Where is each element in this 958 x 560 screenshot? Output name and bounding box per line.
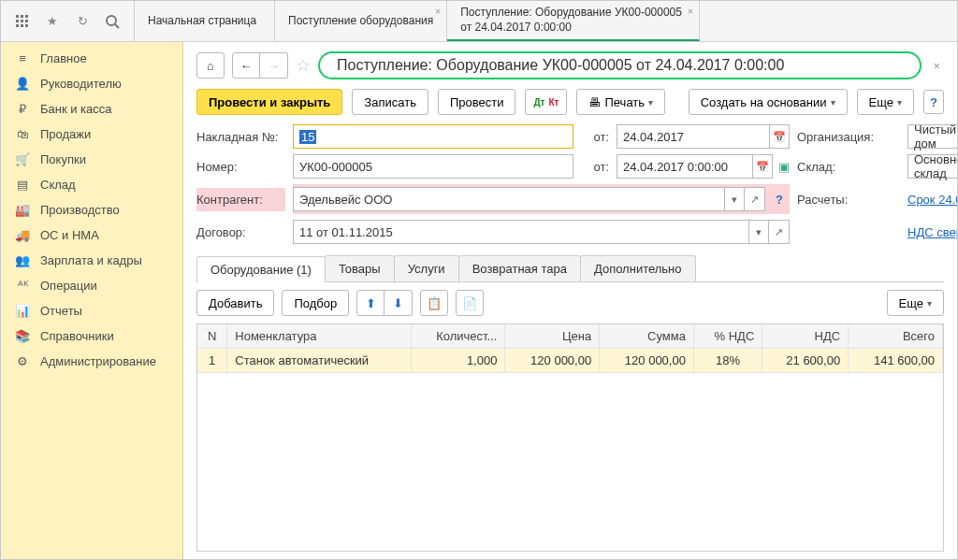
table-header[interactable]: Всего bbox=[849, 324, 943, 349]
table-header[interactable]: Цена bbox=[505, 324, 600, 349]
sidebar-item[interactable]: 📊Отчеты bbox=[1, 298, 182, 323]
warehouse-label: Склад: bbox=[797, 160, 900, 174]
svg-rect-4 bbox=[21, 20, 23, 22]
star-icon[interactable]: ★ bbox=[44, 13, 61, 30]
sidebar-item[interactable]: 👤Руководителю bbox=[1, 71, 182, 96]
help-button[interactable]: ? bbox=[923, 90, 944, 114]
sidebar-label: Администрирование bbox=[40, 354, 156, 368]
svg-rect-7 bbox=[21, 24, 23, 27]
content-tab[interactable]: Оборудование (1) bbox=[196, 256, 326, 282]
table-row[interactable]: 1Станок автоматический1,000120 000,00120… bbox=[197, 349, 943, 373]
sidebar-item[interactable]: 👥Зарплата и кадры bbox=[1, 248, 182, 273]
create-based-button[interactable]: Создать на основании▾ bbox=[689, 89, 848, 115]
home-button[interactable]: ⌂ bbox=[196, 52, 225, 79]
post-close-button[interactable]: Провести и закрыть bbox=[196, 89, 342, 115]
sidebar-icon: 👥 bbox=[14, 253, 31, 267]
history-icon[interactable]: ↻ bbox=[74, 13, 91, 30]
close-button[interactable]: × bbox=[929, 59, 944, 73]
vat-link[interactable]: НДС сверху bbox=[907, 225, 957, 239]
printer-icon: 🖶 bbox=[588, 95, 601, 109]
sidebar-item[interactable]: ▤Склад bbox=[1, 172, 182, 197]
sidebar-label: Банк и касса bbox=[40, 102, 112, 116]
sidebar-item[interactable]: 🛒Покупки bbox=[1, 147, 182, 172]
sidebar-icon: ᴬᴷ bbox=[14, 279, 31, 293]
search-icon[interactable] bbox=[104, 13, 121, 30]
sidebar-item[interactable]: 🛍Продажи bbox=[1, 122, 182, 147]
table-header[interactable]: % НДС bbox=[693, 324, 762, 349]
contract-input[interactable]: 11 от 01.11.2015 bbox=[293, 220, 748, 244]
sidebar-item[interactable]: 📚Справочники bbox=[1, 323, 182, 349]
copy-button[interactable]: 📋 bbox=[420, 290, 448, 316]
favorite-icon[interactable]: ☆ bbox=[296, 55, 311, 76]
content-tab[interactable]: Возвратная тара bbox=[458, 255, 581, 281]
sidebar-item[interactable]: ᴬᴷОперации bbox=[1, 273, 182, 298]
sidebar-icon: ≡ bbox=[14, 51, 31, 65]
content-tab[interactable]: Дополнительно bbox=[580, 255, 696, 281]
invoice-label: Накладная №: bbox=[196, 130, 285, 144]
svg-rect-0 bbox=[16, 15, 19, 18]
move-up-button[interactable]: ⬆ bbox=[356, 290, 385, 316]
sidebar-icon: ₽ bbox=[14, 102, 31, 116]
date-label: от: bbox=[581, 130, 609, 144]
warehouse-input[interactable]: Основной склад bbox=[907, 154, 957, 179]
dropdown-icon[interactable]: ▾ bbox=[748, 220, 769, 244]
tab-close-icon[interactable]: × bbox=[435, 5, 441, 18]
sidebar-label: Производство bbox=[40, 203, 120, 217]
sidebar-item[interactable]: ≡Главное bbox=[1, 46, 182, 71]
sidebar-label: Отчеты bbox=[40, 304, 82, 318]
calendar-icon[interactable]: 📅 bbox=[769, 124, 790, 149]
move-down-button[interactable]: ⬇ bbox=[385, 290, 413, 316]
forward-button[interactable]: → bbox=[260, 52, 288, 79]
pick-button[interactable]: Подбор bbox=[282, 290, 349, 316]
calc-link[interactable]: Срок 24.04.2017, 60.01, 60.02, зачет ... bbox=[907, 193, 957, 207]
back-button[interactable]: ← bbox=[232, 52, 260, 79]
paste-button[interactable]: 📄 bbox=[456, 290, 484, 316]
more-button-2[interactable]: Еще▾ bbox=[887, 290, 944, 316]
table-header[interactable]: N bbox=[197, 324, 227, 349]
number-input[interactable]: УК00-000005 bbox=[293, 154, 573, 179]
svg-rect-2 bbox=[25, 15, 28, 18]
open-icon[interactable]: ↗ bbox=[745, 187, 765, 211]
contragent-label: Контрагент: bbox=[196, 188, 285, 211]
content-tab[interactable]: Товары bbox=[325, 255, 395, 281]
help-icon[interactable]: ? bbox=[769, 187, 790, 211]
table-header[interactable]: Количест... bbox=[411, 324, 505, 349]
dropdown-icon[interactable]: ▾ bbox=[724, 187, 745, 211]
sidebar-label: Покупки bbox=[40, 152, 86, 166]
tab-close-icon[interactable]: × bbox=[688, 5, 693, 18]
invoice-no-input[interactable]: 15 bbox=[293, 124, 573, 149]
sidebar-item[interactable]: 🏭Производство bbox=[1, 197, 182, 223]
svg-rect-3 bbox=[16, 20, 19, 22]
print-button[interactable]: 🖶Печать▾ bbox=[576, 89, 665, 115]
table-header[interactable]: НДС bbox=[762, 324, 849, 349]
sidebar-icon: 👤 bbox=[14, 77, 31, 91]
sidebar-label: Главное bbox=[40, 51, 87, 65]
stamp-icon[interactable]: ▣ bbox=[778, 160, 790, 174]
top-tab[interactable]: Поступление оборудования× bbox=[275, 1, 447, 41]
open-icon[interactable]: ↗ bbox=[769, 220, 790, 244]
sidebar-item[interactable]: ⚙Администрирование bbox=[1, 349, 182, 374]
add-button[interactable]: Добавить bbox=[196, 290, 274, 316]
org-label: Организация: bbox=[797, 130, 900, 144]
dtkt-button[interactable]: ДтКт bbox=[525, 89, 567, 115]
number-date-input[interactable]: 24.04.2017 0:00:00 bbox=[617, 154, 752, 179]
top-tab[interactable]: Начальная страница bbox=[135, 1, 275, 41]
post-button[interactable]: Провести bbox=[438, 89, 516, 115]
content-tab[interactable]: Услуги bbox=[394, 255, 459, 281]
more-button[interactable]: Еще▾ bbox=[857, 89, 914, 115]
svg-rect-8 bbox=[25, 24, 28, 27]
invoice-date-input[interactable]: 24.04.2017 bbox=[617, 124, 769, 149]
save-button[interactable]: Записать bbox=[352, 89, 428, 115]
sidebar-icon: 🛒 bbox=[14, 152, 31, 166]
svg-line-10 bbox=[115, 24, 119, 28]
contragent-input[interactable]: Эдельвейс ООО bbox=[293, 187, 724, 211]
sidebar-item[interactable]: 🚚ОС и НМА bbox=[1, 223, 182, 248]
sidebar-item[interactable]: ₽Банк и касса bbox=[1, 96, 182, 122]
table-header[interactable]: Номенклатура bbox=[227, 324, 411, 349]
apps-icon[interactable] bbox=[14, 13, 31, 30]
top-tab[interactable]: Поступление: Оборудование УК00-000005 от… bbox=[447, 1, 700, 41]
org-input[interactable]: Чистый дом bbox=[907, 124, 957, 149]
calendar-icon[interactable]: 📅 bbox=[752, 154, 773, 179]
table-header[interactable]: Сумма bbox=[600, 324, 694, 349]
sidebar-icon: 📚 bbox=[14, 329, 31, 343]
